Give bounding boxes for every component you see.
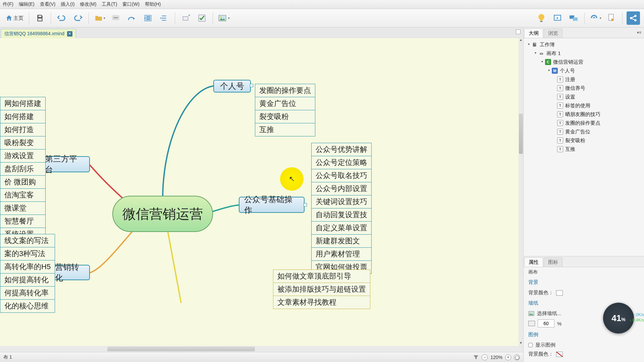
- topic-personal[interactable]: 个人号: [213, 80, 251, 93]
- collapse-handle[interactable]: [304, 203, 307, 206]
- mindmap-canvas[interactable]: 微信营销运营 个人号 发圈的操作要点 黄金广告位 裂变吸粉 互推 公众号基础操作…: [0, 38, 523, 346]
- outline-item[interactable]: 互推: [565, 146, 575, 153]
- tab-icons[interactable]: 图标: [544, 257, 562, 267]
- undo-button[interactable]: [55, 11, 68, 25]
- subtopic[interactable]: 裂变吸粉: [255, 110, 315, 123]
- menu-edit[interactable]: 编辑(E): [19, 1, 35, 7]
- subtopic[interactable]: 文章素材寻找教程: [273, 296, 370, 309]
- subtopic[interactable]: 自定义菜单设置: [311, 221, 372, 235]
- collapse-handle[interactable]: [250, 84, 253, 87]
- document-tab[interactable]: 信营销QQ 184998864.xmind ✕: [1, 29, 76, 38]
- root-topic[interactable]: 微信营销运营: [112, 196, 213, 232]
- subtopic[interactable]: 如何打造: [0, 123, 46, 136]
- menu-window[interactable]: 窗口(W): [122, 1, 140, 7]
- export-button[interactable]: [605, 11, 618, 25]
- save-button[interactable]: [33, 11, 47, 25]
- menu-modify[interactable]: 修改(M): [80, 1, 96, 7]
- subtopic[interactable]: 智慧餐厅: [0, 215, 46, 228]
- subtopic[interactable]: 互推: [255, 123, 315, 136]
- subtopic[interactable]: 化的核心思维: [0, 299, 55, 313]
- subtopic[interactable]: 用户素材管理: [311, 247, 372, 261]
- image-button[interactable]: ▾: [217, 11, 230, 25]
- choose-wallpaper[interactable]: 选择墙纸...: [537, 310, 561, 317]
- zoom-out-button[interactable]: −: [482, 354, 488, 360]
- filter-icon[interactable]: [473, 354, 479, 360]
- menu-tools[interactable]: 工具(T): [102, 1, 117, 7]
- horizontal-scrollbar[interactable]: [0, 346, 523, 352]
- tree-twisty[interactable]: ▾: [540, 60, 544, 64]
- subtopic[interactable]: 盘刮刮乐: [0, 162, 46, 176]
- subtopic[interactable]: 发圈的操作要点: [255, 84, 315, 97]
- window-toggle-icon[interactable]: [516, 29, 521, 34]
- boundary-button[interactable]: [141, 11, 155, 25]
- subtopic[interactable]: 吸粉裂变: [0, 136, 46, 149]
- subtopic[interactable]: 线文案的写法: [0, 234, 55, 247]
- topic-marketing[interactable]: 营销转化: [50, 265, 90, 280]
- add-topic-button[interactable]: +: [179, 11, 193, 25]
- task-button[interactable]: [195, 11, 209, 25]
- outline-item[interactable]: 发圈的操作要点: [565, 120, 600, 126]
- presentation-button[interactable]: [551, 11, 564, 25]
- legend-bg-swatch[interactable]: [556, 352, 563, 357]
- subtopic[interactable]: 被添加排版技巧与超链设置: [273, 283, 370, 296]
- comment-button[interactable]: [109, 11, 122, 25]
- scroll-down-arrow[interactable]: ▼: [519, 341, 523, 346]
- subtopic[interactable]: 新建群发图文: [311, 234, 372, 248]
- tab-browse[interactable]: 浏览: [544, 28, 562, 38]
- topic-thirdparty[interactable]: 第三方平台: [40, 156, 90, 172]
- panel-menu-icon[interactable]: ▾≡: [637, 30, 641, 35]
- subtopic[interactable]: 公众号内部设置: [311, 182, 372, 195]
- tree-twisty[interactable]: ▾: [533, 51, 538, 56]
- tree-twisty[interactable]: ▾: [546, 68, 551, 73]
- zoom-in-button[interactable]: +: [505, 354, 511, 360]
- subtopic[interactable]: 如何做文章顶底部引导: [273, 269, 370, 283]
- opacity-swatch[interactable]: [528, 321, 535, 326]
- subtopic[interactable]: 公众号优势讲解: [311, 143, 372, 156]
- relationship-button[interactable]: [125, 11, 139, 25]
- subtopic[interactable]: 何提高转化率: [0, 286, 55, 300]
- outline-item[interactable]: 裂变吸粉: [565, 137, 585, 144]
- menu-help[interactable]: 帮助(H): [145, 1, 161, 7]
- subtopic[interactable]: 公众号取名技巧: [311, 169, 372, 182]
- subtopic[interactable]: 高转化率的H5: [0, 260, 55, 274]
- subtopic[interactable]: 信淘宝客: [0, 188, 46, 202]
- subtopic[interactable]: 关键词设置技巧: [311, 195, 372, 208]
- scroll-up-arrow[interactable]: ▲: [519, 38, 523, 43]
- subtopic[interactable]: 价 微团购: [0, 175, 46, 189]
- subtopic[interactable]: 公众号定位策略: [311, 156, 372, 169]
- outline-item[interactable]: 标签的使用: [565, 103, 590, 109]
- outline-tree[interactable]: ▾📓工作簿 ▾▭画布 1 ▾C微信营销运营 ▾M个人号 T注册 T微信养号 T设…: [524, 38, 644, 256]
- menu-insert[interactable]: 插入(I): [61, 1, 74, 7]
- idea-button[interactable]: [535, 11, 548, 25]
- tab-properties[interactable]: 属性: [524, 257, 543, 267]
- redo-button[interactable]: [71, 11, 85, 25]
- subtopic[interactable]: 如何提高转化: [0, 273, 55, 287]
- home-button[interactable]: 主页: [3, 11, 26, 25]
- subtopic[interactable]: 案的3种写法: [0, 247, 55, 260]
- brainstorm-button[interactable]: [567, 11, 580, 25]
- subtopic[interactable]: 如何搭建: [0, 110, 46, 123]
- topic-public-basic[interactable]: 公众号基础操作: [239, 197, 305, 213]
- tab-close-button[interactable]: ✕: [67, 31, 72, 37]
- tree-twisty[interactable]: ▾: [526, 42, 531, 47]
- scroll-thumb[interactable]: [519, 114, 523, 154]
- vertical-scrollbar[interactable]: ▲ ▼: [519, 38, 523, 346]
- sync-button[interactable]: ▾: [589, 11, 602, 25]
- summary-button[interactable]: [157, 11, 171, 25]
- zoom-fit-button[interactable]: ◯: [514, 354, 520, 360]
- outline-item[interactable]: 设置: [565, 94, 575, 100]
- subtopic[interactable]: 网如何搭建: [0, 97, 46, 110]
- bg-color-swatch[interactable]: [556, 290, 563, 296]
- network-monitor-widget[interactable]: 41% ↑ 0K/s ↓ 0.4K/s: [603, 303, 634, 334]
- opacity-input[interactable]: [538, 319, 554, 327]
- outline-item[interactable]: 微信养号: [565, 85, 585, 92]
- subtopic[interactable]: 自动回复设置技: [311, 208, 372, 222]
- scroll-thumb[interactable]: [107, 347, 255, 351]
- outline-item[interactable]: 黄金广告位: [565, 129, 590, 135]
- tab-outline[interactable]: 大纲: [524, 28, 543, 38]
- menu-view[interactable]: 查看(V): [40, 1, 56, 7]
- subtopic[interactable]: 游戏设置: [0, 149, 46, 163]
- subtopic[interactable]: 黄金广告位: [255, 97, 315, 110]
- subtopic[interactable]: 微课堂: [0, 201, 46, 215]
- share-button[interactable]: [627, 11, 640, 25]
